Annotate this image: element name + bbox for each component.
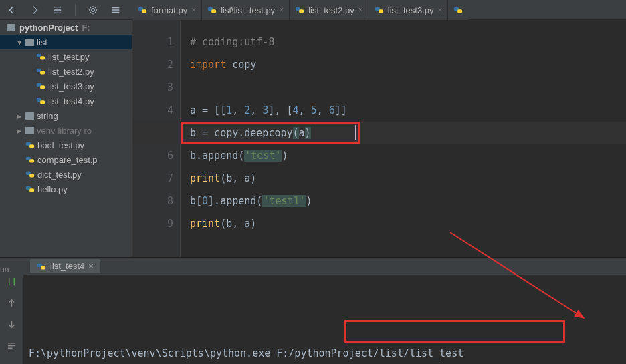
svg-rect-12 bbox=[40, 56, 45, 59]
tree-label: list_test4.py bbox=[48, 96, 94, 106]
folder-icon bbox=[7, 24, 15, 31]
nav-back-icon[interactable] bbox=[7, 5, 17, 15]
tree-label: list_test3.py bbox=[48, 81, 94, 92]
gutter-line: 9 bbox=[132, 212, 173, 235]
rerun-icon[interactable] bbox=[7, 277, 17, 289]
run-tab[interactable]: list_test4 × bbox=[30, 259, 100, 273]
svg-rect-10 bbox=[458, 9, 463, 13]
svg-rect-6 bbox=[299, 9, 304, 13]
project-tree-dir[interactable]: ▾ list bbox=[0, 35, 132, 49]
python-icon bbox=[25, 184, 35, 194]
editor-tab[interactable]: format.py× bbox=[132, 0, 202, 20]
svg-point-0 bbox=[92, 8, 94, 11]
code-line[interactable]: b[0].append('test1') bbox=[190, 190, 626, 212]
annotation-redbox-output bbox=[344, 320, 565, 343]
python-icon bbox=[36, 81, 45, 91]
chevron-right-icon: ▸ bbox=[16, 111, 23, 121]
gutter-line: 1 bbox=[132, 31, 173, 53]
code-line[interactable]: a = [[1, 2, 3], [4, 5, 6]] bbox=[190, 99, 626, 122]
python-icon bbox=[25, 155, 35, 164]
tree-label: list bbox=[37, 37, 47, 47]
project-tree-dir[interactable]: ▸ string bbox=[0, 108, 132, 123]
tree-label: compare_test.p bbox=[37, 155, 98, 165]
scroll-down-icon[interactable] bbox=[7, 319, 17, 331]
scroll-up-icon[interactable] bbox=[7, 298, 17, 310]
svg-rect-18 bbox=[40, 100, 45, 104]
nav-forward-icon[interactable] bbox=[29, 5, 40, 15]
editor-tab[interactable]: list\list_test.py× bbox=[202, 0, 290, 20]
python-icon bbox=[295, 5, 304, 15]
editor-tab-label: list\list_test.py bbox=[221, 5, 275, 15]
code-line[interactable]: print(b, a) bbox=[190, 212, 626, 235]
svg-rect-24 bbox=[29, 174, 34, 177]
project-tree: ▾ list list_test.py list_test2.py list_t… bbox=[0, 35, 132, 196]
body: pythonProject F: ▾ list list_test.py lis… bbox=[0, 20, 626, 257]
project-tree-file[interactable]: dict_test.py bbox=[0, 167, 132, 182]
tree-label: bool_test.py bbox=[37, 140, 84, 150]
project-root[interactable]: pythonProject F: bbox=[0, 20, 132, 35]
close-icon[interactable]: × bbox=[88, 261, 94, 271]
close-icon[interactable]: × bbox=[437, 5, 442, 15]
gutter-line: 8 bbox=[132, 190, 173, 212]
python-icon bbox=[138, 5, 147, 15]
svg-rect-26 bbox=[29, 188, 34, 192]
python-icon bbox=[375, 5, 384, 15]
python-icon bbox=[25, 170, 35, 179]
run-output[interactable]: F:\pythonProject\venv\Scripts\python.exe… bbox=[23, 275, 626, 364]
gutter-line: 2 bbox=[132, 53, 173, 76]
project-tree-file[interactable]: list_test.py bbox=[0, 49, 132, 64]
close-icon[interactable]: × bbox=[358, 5, 363, 15]
run-tab-label: list_test4 bbox=[50, 261, 84, 271]
project-tree-dir[interactable]: ▸ venv library ro bbox=[0, 123, 132, 138]
toolbar-more-icon[interactable] bbox=[110, 5, 121, 15]
run-panel: list_test4 × F:\pythonProject\venv\Scrip… bbox=[0, 257, 626, 364]
gutter-line: 3 bbox=[132, 76, 173, 99]
python-icon bbox=[453, 5, 463, 15]
code-line[interactable]: b.append('test') bbox=[190, 144, 626, 167]
project-root-label: pythonProject bbox=[19, 23, 78, 33]
svg-rect-2 bbox=[142, 9, 146, 13]
svg-rect-14 bbox=[40, 71, 45, 74]
tree-label: list_test.py bbox=[48, 52, 89, 62]
svg-rect-20 bbox=[29, 144, 34, 148]
editor-tab[interactable]: list_test2.py× bbox=[290, 0, 369, 20]
settings-icon[interactable] bbox=[88, 5, 98, 15]
close-icon[interactable]: × bbox=[191, 5, 196, 15]
editor-tab-label: list_test3.py bbox=[388, 5, 434, 15]
toolbar-tree-icon[interactable] bbox=[52, 5, 63, 15]
python-icon bbox=[25, 140, 35, 150]
python-icon bbox=[207, 5, 217, 15]
tree-extra: library ro bbox=[58, 126, 92, 136]
chevron-down-icon: ▾ bbox=[16, 37, 23, 47]
svg-rect-4 bbox=[211, 9, 216, 13]
softwrap-icon[interactable] bbox=[7, 341, 17, 353]
ide-root: format.py×list\list_test.py×list_test2.p… bbox=[0, 0, 626, 364]
gutter-line: 6 bbox=[132, 144, 173, 167]
project-sidebar: pythonProject F: ▾ list list_test.py lis… bbox=[0, 20, 132, 257]
code-line[interactable]: b = copy.deepcopy(a) bbox=[190, 122, 626, 144]
editor-tab-label: list_test2.py bbox=[308, 5, 354, 15]
code-line[interactable] bbox=[190, 76, 626, 99]
project-tree-file[interactable]: compare_test.p bbox=[0, 152, 132, 167]
run-tabs: list_test4 × bbox=[23, 258, 626, 275]
project-tree-file[interactable]: hello.py bbox=[0, 182, 132, 196]
python-icon bbox=[36, 96, 45, 106]
project-tree-file[interactable]: bool_test.py bbox=[0, 138, 132, 152]
project-tree-file[interactable]: list_test4.py bbox=[0, 94, 132, 108]
tree-label: hello.py bbox=[37, 184, 68, 194]
code-line[interactable]: print(b, a) bbox=[190, 167, 626, 190]
editor-tab[interactable]: list_test3.py× bbox=[369, 0, 449, 20]
code-editor[interactable]: 123456789 # coding:utf-8import copy a = … bbox=[132, 20, 626, 257]
console-line: F:\pythonProject\venv\Scripts\python.exe… bbox=[29, 343, 626, 363]
editor-tab-overflow[interactable] bbox=[448, 0, 468, 20]
close-icon[interactable]: × bbox=[279, 5, 284, 15]
editor-code[interactable]: # coding:utf-8import copy a = [[1, 2, 3]… bbox=[181, 20, 626, 257]
code-line[interactable]: import copy bbox=[190, 53, 626, 76]
project-tree-file[interactable]: list_test2.py bbox=[0, 64, 132, 79]
editor-caret bbox=[355, 125, 356, 140]
tree-label: string bbox=[37, 111, 58, 121]
run-panel-main: list_test4 × F:\pythonProject\venv\Scrip… bbox=[23, 258, 626, 364]
project-tree-file[interactable]: list_test3.py bbox=[0, 79, 132, 94]
project-root-path: F: bbox=[82, 23, 90, 33]
code-line[interactable]: # coding:utf-8 bbox=[190, 31, 626, 53]
